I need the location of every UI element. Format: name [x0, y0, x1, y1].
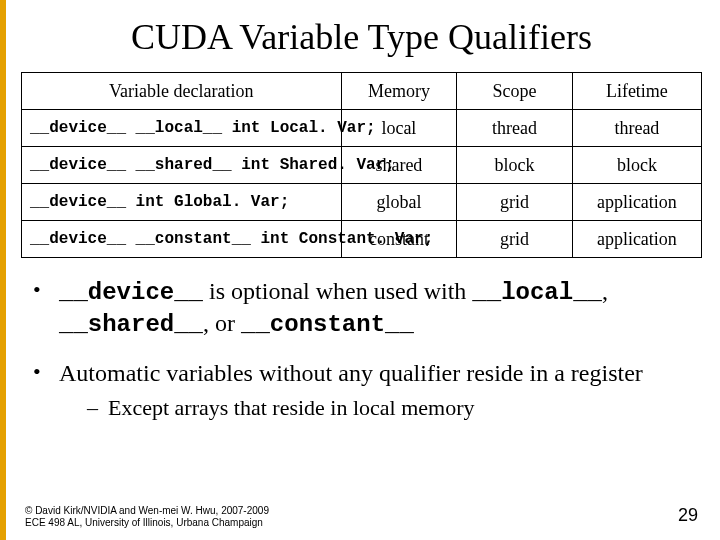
col-lifetime: Lifetime — [572, 73, 701, 110]
cell-decl: __device__ int Global. Var; — [22, 184, 342, 221]
table-row: __device__ __local__ int Local. Var; loc… — [22, 110, 702, 147]
cell-decl: __device__ __constant__ int Constant. Va… — [22, 221, 342, 258]
sub-list: Except arrays that reside in local memor… — [59, 394, 698, 422]
kw-shared: __shared__ — [59, 311, 203, 338]
bullet-1: __device__ is optional when used with __… — [33, 276, 698, 340]
cell-lifetime: application — [572, 184, 701, 221]
cell-scope: grid — [457, 221, 573, 258]
txt: , — [602, 278, 608, 304]
kw-local: __local__ — [472, 279, 602, 306]
bullet-list: __device__ is optional when used with __… — [21, 276, 702, 422]
cell-lifetime: thread — [572, 110, 701, 147]
txt: Automatic variables without any qualifie… — [59, 360, 643, 386]
sub-bullet-1: Except arrays that reside in local memor… — [87, 394, 698, 422]
copyright-line-1: © David Kirk/NVIDIA and Wen-mei W. Hwu, … — [25, 505, 269, 517]
kw-constant: __constant__ — [241, 311, 414, 338]
txt: Except arrays that reside in local memor… — [108, 395, 475, 420]
table-row: __device__ int Global. Var; global grid … — [22, 184, 702, 221]
cell-decl: __device__ __local__ int Local. Var; — [22, 110, 342, 147]
cell-decl: __device__ __shared__ int Shared. Var; — [22, 147, 342, 184]
cell-scope: thread — [457, 110, 573, 147]
accent-bar — [3, 0, 6, 540]
kw-device: __device__ — [59, 279, 203, 306]
col-scope: Scope — [457, 73, 573, 110]
page-number: 29 — [678, 505, 698, 526]
txt: , or — [203, 310, 241, 336]
copyright-line-2: ECE 498 AL, University of Illinois, Urba… — [25, 517, 269, 529]
cell-lifetime: application — [572, 221, 701, 258]
table-row: __device__ __constant__ int Constant. Va… — [22, 221, 702, 258]
col-memory: Memory — [341, 73, 457, 110]
qualifier-table: Variable declaration Memory Scope Lifeti… — [21, 72, 702, 258]
footer: © David Kirk/NVIDIA and Wen-mei W. Hwu, … — [25, 505, 269, 528]
cell-lifetime: block — [572, 147, 701, 184]
cell-memory: global — [341, 184, 457, 221]
page-title: CUDA Variable Type Qualifiers — [21, 16, 702, 58]
cell-scope: grid — [457, 184, 573, 221]
cell-scope: block — [457, 147, 573, 184]
table-header-row: Variable declaration Memory Scope Lifeti… — [22, 73, 702, 110]
col-decl: Variable declaration — [22, 73, 342, 110]
bullet-2: Automatic variables without any qualifie… — [33, 358, 698, 422]
table-row: __device__ __shared__ int Shared. Var; s… — [22, 147, 702, 184]
slide: CUDA Variable Type Qualifiers Variable d… — [0, 0, 720, 540]
txt: is optional when used with — [203, 278, 472, 304]
